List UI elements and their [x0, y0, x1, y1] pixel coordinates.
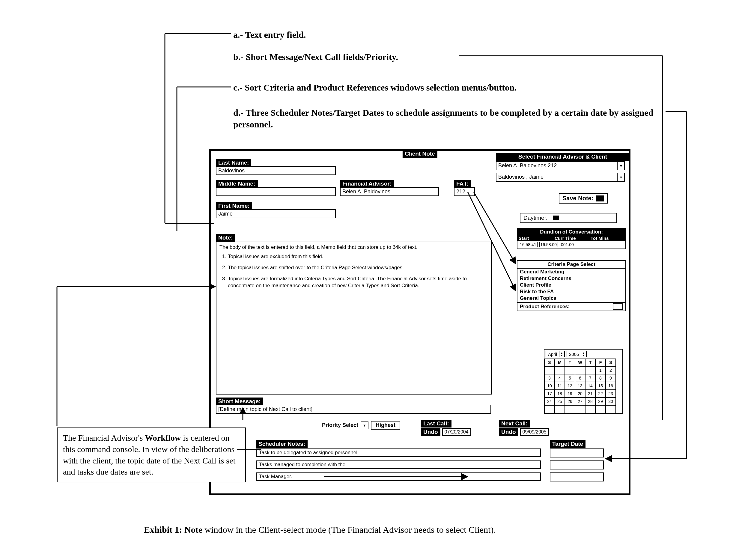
calendar-day[interactable]: 17 — [544, 390, 555, 398]
duration-total: 001.00 — [560, 242, 575, 247]
calendar-day[interactable]: 30 — [606, 398, 616, 405]
last-call-undo[interactable]: Undo — [421, 428, 440, 436]
note-body-textarea[interactable]: The body of the text is entered to this … — [216, 242, 492, 395]
next-call-block: Next Call: — [499, 420, 530, 427]
next-call-row: Undo 09/09/2005 — [499, 428, 549, 436]
chevron-down-icon[interactable]: ▾ — [618, 173, 624, 181]
calendar-day — [555, 405, 565, 413]
calendar-day[interactable]: 28 — [585, 398, 595, 405]
last-name-field[interactable]: Baldovinos — [216, 166, 336, 175]
next-call-label: Next Call: — [499, 420, 530, 427]
product-references-button[interactable] — [613, 303, 623, 310]
calendar-day[interactable]: 20 — [575, 390, 585, 398]
target-date-field[interactable] — [550, 448, 604, 457]
calendar-day[interactable]: 18 — [555, 390, 565, 398]
criteria-item[interactable]: Risk to the FA — [517, 288, 625, 295]
calendar-day[interactable]: 4 — [555, 374, 565, 382]
client-dropdown[interactable]: Baldovinos , Jaime ▾ — [496, 173, 625, 182]
calendar-day[interactable]: 24 — [544, 398, 555, 405]
calendar-month: April — [546, 352, 559, 357]
scheduler-row[interactable]: Task Manager. — [256, 472, 541, 481]
calendar-day[interactable]: 5 — [565, 374, 575, 382]
calendar-day[interactable]: 8 — [595, 374, 606, 382]
save-note-button[interactable]: Save Note: — [559, 193, 608, 204]
scheduler-row[interactable]: Task to be delegated to assigned personn… — [256, 448, 541, 457]
next-call-date[interactable]: 09/09/2005 — [520, 428, 549, 436]
calendar-day[interactable]: 9 — [606, 374, 616, 382]
calendar-month-select[interactable]: April ▴▾ — [546, 351, 565, 357]
calendar-dow: T — [585, 359, 595, 366]
advisor-dropdown[interactable]: Belen A. Baldovinos 212 ▾ — [496, 161, 625, 170]
calendar-day[interactable]: 26 — [565, 398, 575, 405]
chevron-updown-icon[interactable]: ▴▾ — [559, 351, 564, 357]
calendar-day — [565, 405, 575, 413]
calendar-day[interactable]: 21 — [585, 390, 595, 398]
calendar-day[interactable]: 11 — [555, 382, 565, 390]
first-name-label: First Name: — [216, 202, 252, 210]
annotation-b: b.- Short Message/Next Call fields/Prior… — [233, 51, 398, 63]
last-call-date[interactable]: 07/20/2004 — [442, 428, 471, 436]
client-note-window: Client Note Last Name: Baldovinos Middle… — [209, 149, 630, 495]
calendar-year: 2005 — [567, 352, 581, 357]
calendar-day[interactable]: 13 — [575, 382, 585, 390]
daytimer-button[interactable]: Daytimer. — [520, 213, 617, 223]
duration-col: Tot Mins — [591, 236, 624, 241]
criteria-item[interactable]: Client Profile — [517, 282, 625, 288]
criteria-item[interactable]: General Topics — [517, 295, 625, 302]
middle-name-field[interactable] — [216, 187, 336, 196]
page-root: a.- Text entry field. b.- Short Message/… — [0, 0, 730, 560]
priority-select[interactable]: Priority Select ▾ Highest — [322, 421, 400, 430]
calendar-day — [595, 405, 606, 413]
next-call-undo[interactable]: Undo — [499, 428, 518, 436]
calendar[interactable]: April ▴▾ 2005 ▴▾ SMTWTFS1234567891011121… — [544, 349, 623, 414]
calendar-day[interactable]: 10 — [544, 382, 555, 390]
calendar-day[interactable]: 16 — [606, 382, 616, 390]
calendar-day[interactable]: 12 — [565, 382, 575, 390]
calendar-day[interactable]: 2 — [606, 366, 616, 374]
financial-advisor-field[interactable]: Belen A. Baldovinos — [340, 187, 439, 196]
calendar-day[interactable]: 6 — [575, 374, 585, 382]
criteria-page-select[interactable]: Criteria Page Select General Marketing R… — [517, 260, 626, 311]
calendar-day[interactable]: 23 — [606, 390, 616, 398]
criteria-item[interactable]: General Marketing — [517, 269, 625, 275]
calendar-dow: T — [565, 359, 575, 366]
client-selected: Baldovinos , Jaime — [496, 173, 618, 181]
window-title: Client Note — [402, 150, 437, 158]
calendar-day[interactable]: 25 — [555, 398, 565, 405]
calendar-day — [544, 405, 555, 413]
calendar-day — [544, 366, 555, 374]
calendar-year-select[interactable]: 2005 ▴▾ — [567, 351, 587, 357]
calendar-day[interactable]: 3 — [544, 374, 555, 382]
calendar-day — [575, 405, 585, 413]
calendar-day[interactable]: 15 — [595, 382, 606, 390]
note-bullet: Topical issues are excluded from this fi… — [228, 253, 488, 260]
save-note-label: Save Note: — [562, 195, 593, 202]
chevron-down-icon[interactable]: ▾ — [618, 162, 624, 170]
priority-stepper[interactable]: ▾ — [361, 421, 368, 429]
duration-header: Duration of Conversation: — [517, 228, 625, 236]
calendar-day[interactable]: 29 — [595, 398, 606, 405]
duration-col: Curr Time — [555, 236, 588, 241]
target-date-field[interactable] — [550, 460, 604, 469]
calendar-day[interactable]: 7 — [585, 374, 595, 382]
calendar-day — [606, 405, 616, 413]
calendar-day[interactable]: 27 — [575, 398, 585, 405]
middle-name-label: Middle Name: — [216, 180, 258, 188]
financial-advisor-label: Financial Advisor: — [340, 180, 394, 188]
calendar-day[interactable]: 22 — [595, 390, 606, 398]
calendar-dow: M — [555, 359, 565, 366]
short-message-field[interactable]: [Define main topic of Next Call to clien… — [216, 405, 491, 414]
fa-id-field[interactable]: 212 — [454, 187, 475, 196]
target-date-field[interactable] — [550, 472, 604, 481]
criteria-header: Criteria Page Select — [517, 261, 625, 269]
chevron-updown-icon[interactable]: ▴▾ — [581, 351, 586, 357]
first-name-field[interactable]: Jaime — [216, 209, 336, 218]
calendar-day[interactable]: 14 — [585, 382, 595, 390]
calendar-grid[interactable]: SMTWTFS123456789101112131415161718192021… — [544, 359, 622, 413]
criteria-item[interactable]: Retirement Concerns — [517, 275, 625, 282]
note-bullet-list: Topical issues are excluded from this fi… — [228, 253, 488, 289]
calendar-day[interactable]: 19 — [565, 390, 575, 398]
calendar-day[interactable]: 1 — [595, 366, 606, 374]
priority-label: Priority Select — [322, 422, 358, 428]
scheduler-row[interactable]: Tasks managed to completion with the — [256, 460, 541, 469]
